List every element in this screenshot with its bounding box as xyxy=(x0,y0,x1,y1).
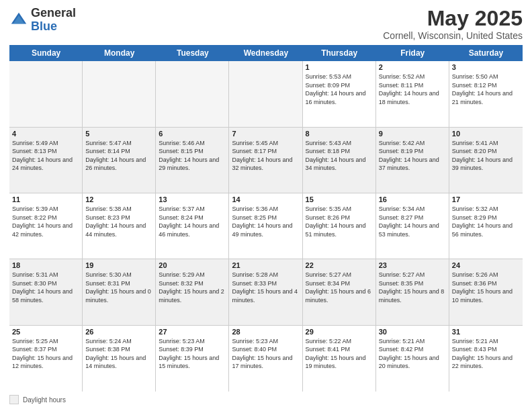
logo-icon xyxy=(9,11,28,30)
day-info: Sunrise: 5:37 AM Sunset: 8:24 PM Dayligh… xyxy=(159,205,226,238)
day-cell-1: 1Sunrise: 5:53 AM Sunset: 8:09 PM Daylig… xyxy=(303,61,376,126)
day-number: 21 xyxy=(232,261,299,269)
day-cell-24: 24Sunrise: 5:26 AM Sunset: 8:36 PM Dayli… xyxy=(449,259,523,324)
day-info: Sunrise: 5:21 AM Sunset: 8:42 PM Dayligh… xyxy=(379,337,446,371)
day-info: Sunrise: 5:38 AM Sunset: 8:23 PM Dayligh… xyxy=(85,205,152,238)
header: General Blue May 2025 Cornell, Wisconsin… xyxy=(9,7,523,41)
month-title: May 2025 xyxy=(383,7,523,30)
weekday-header-friday: Friday xyxy=(376,45,449,61)
weekday-header-thursday: Thursday xyxy=(303,45,376,61)
calendar-week-3: 11Sunrise: 5:39 AM Sunset: 8:22 PM Dayli… xyxy=(9,193,523,259)
day-cell-28: 28Sunrise: 5:23 AM Sunset: 8:40 PM Dayli… xyxy=(229,326,302,392)
day-cell-6: 6Sunrise: 5:46 AM Sunset: 8:15 PM Daylig… xyxy=(156,128,229,193)
day-cell-27: 27Sunrise: 5:23 AM Sunset: 8:39 PM Dayli… xyxy=(156,326,229,392)
day-cell-22: 22Sunrise: 5:27 AM Sunset: 8:34 PM Dayli… xyxy=(303,259,376,324)
day-number: 20 xyxy=(159,261,226,269)
day-cell-21: 21Sunrise: 5:28 AM Sunset: 8:33 PM Dayli… xyxy=(229,259,302,324)
day-number: 16 xyxy=(379,195,446,203)
day-number: 9 xyxy=(379,130,446,138)
day-info: Sunrise: 5:27 AM Sunset: 8:34 PM Dayligh… xyxy=(306,271,373,304)
day-number: 14 xyxy=(232,195,299,203)
day-number: 6 xyxy=(159,130,226,138)
day-info: Sunrise: 5:50 AM Sunset: 8:12 PM Dayligh… xyxy=(452,73,520,106)
day-cell-10: 10Sunrise: 5:41 AM Sunset: 8:20 PM Dayli… xyxy=(449,128,523,193)
day-info: Sunrise: 5:24 AM Sunset: 8:38 PM Dayligh… xyxy=(85,337,152,371)
legend: Daylight hours xyxy=(9,395,523,404)
day-number: 29 xyxy=(306,328,373,336)
weekday-header-monday: Monday xyxy=(83,45,156,61)
day-number: 5 xyxy=(85,130,152,138)
calendar-week-1: 1Sunrise: 5:53 AM Sunset: 8:09 PM Daylig… xyxy=(9,61,523,127)
day-number: 26 xyxy=(85,328,152,336)
day-info: Sunrise: 5:41 AM Sunset: 8:20 PM Dayligh… xyxy=(452,139,520,173)
day-cell-3: 3Sunrise: 5:50 AM Sunset: 8:12 PM Daylig… xyxy=(449,61,523,126)
day-number: 1 xyxy=(306,63,373,71)
calendar-week-4: 18Sunrise: 5:31 AM Sunset: 8:30 PM Dayli… xyxy=(9,259,523,325)
day-cell-20: 20Sunrise: 5:29 AM Sunset: 8:32 PM Dayli… xyxy=(156,259,229,324)
day-number: 25 xyxy=(12,328,79,336)
day-cell-23: 23Sunrise: 5:27 AM Sunset: 8:35 PM Dayli… xyxy=(376,259,449,324)
day-info: Sunrise: 5:29 AM Sunset: 8:32 PM Dayligh… xyxy=(159,271,226,304)
legend-box xyxy=(9,395,19,404)
day-number: 23 xyxy=(379,261,446,269)
day-cell-4: 4Sunrise: 5:49 AM Sunset: 8:13 PM Daylig… xyxy=(9,128,83,193)
day-info: Sunrise: 5:32 AM Sunset: 8:29 PM Dayligh… xyxy=(452,205,520,238)
day-info: Sunrise: 5:36 AM Sunset: 8:25 PM Dayligh… xyxy=(232,205,299,238)
logo: General Blue xyxy=(9,7,76,34)
day-info: Sunrise: 5:25 AM Sunset: 8:37 PM Dayligh… xyxy=(12,337,79,371)
day-number: 31 xyxy=(452,328,520,336)
title-block: May 2025 Cornell, Wisconsin, United Stat… xyxy=(383,7,523,41)
weekday-header-saturday: Saturday xyxy=(449,45,523,61)
day-info: Sunrise: 5:35 AM Sunset: 8:26 PM Dayligh… xyxy=(306,205,373,238)
weekday-header-sunday: Sunday xyxy=(9,45,83,61)
day-info: Sunrise: 5:23 AM Sunset: 8:40 PM Dayligh… xyxy=(232,337,299,371)
day-cell-16: 16Sunrise: 5:34 AM Sunset: 8:27 PM Dayli… xyxy=(376,193,449,259)
day-info: Sunrise: 5:23 AM Sunset: 8:39 PM Dayligh… xyxy=(159,337,226,371)
day-cell-9: 9Sunrise: 5:42 AM Sunset: 8:19 PM Daylig… xyxy=(376,128,449,193)
empty-cell xyxy=(83,61,156,126)
weekday-header-wednesday: Wednesday xyxy=(229,45,302,61)
day-number: 3 xyxy=(452,63,520,71)
day-cell-25: 25Sunrise: 5:25 AM Sunset: 8:37 PM Dayli… xyxy=(9,326,83,392)
day-number: 13 xyxy=(159,195,226,203)
day-cell-19: 19Sunrise: 5:30 AM Sunset: 8:31 PM Dayli… xyxy=(83,259,156,324)
day-info: Sunrise: 5:39 AM Sunset: 8:22 PM Dayligh… xyxy=(12,205,79,238)
page: General Blue May 2025 Cornell, Wisconsin… xyxy=(0,0,532,411)
day-number: 19 xyxy=(85,261,152,269)
empty-cell xyxy=(9,61,83,126)
calendar-body: 1Sunrise: 5:53 AM Sunset: 8:09 PM Daylig… xyxy=(9,61,523,392)
location: Cornell, Wisconsin, United States xyxy=(383,30,523,41)
day-number: 17 xyxy=(452,195,520,203)
day-cell-26: 26Sunrise: 5:24 AM Sunset: 8:38 PM Dayli… xyxy=(83,326,156,392)
day-cell-31: 31Sunrise: 5:21 AM Sunset: 8:43 PM Dayli… xyxy=(449,326,523,392)
day-info: Sunrise: 5:43 AM Sunset: 8:18 PM Dayligh… xyxy=(306,139,373,173)
day-info: Sunrise: 5:31 AM Sunset: 8:30 PM Dayligh… xyxy=(12,271,79,304)
day-info: Sunrise: 5:28 AM Sunset: 8:33 PM Dayligh… xyxy=(232,271,299,304)
empty-cell xyxy=(156,61,229,126)
day-info: Sunrise: 5:21 AM Sunset: 8:43 PM Dayligh… xyxy=(452,337,520,371)
day-cell-15: 15Sunrise: 5:35 AM Sunset: 8:26 PM Dayli… xyxy=(303,193,376,259)
day-number: 8 xyxy=(306,130,373,138)
day-info: Sunrise: 5:42 AM Sunset: 8:19 PM Dayligh… xyxy=(379,139,446,173)
day-number: 2 xyxy=(379,63,446,71)
day-info: Sunrise: 5:26 AM Sunset: 8:36 PM Dayligh… xyxy=(452,271,520,304)
day-number: 4 xyxy=(12,130,79,138)
day-number: 10 xyxy=(452,130,520,138)
day-cell-11: 11Sunrise: 5:39 AM Sunset: 8:22 PM Dayli… xyxy=(9,193,83,259)
day-number: 24 xyxy=(452,261,520,269)
day-info: Sunrise: 5:53 AM Sunset: 8:09 PM Dayligh… xyxy=(306,73,373,106)
logo-general-text: General xyxy=(31,6,76,19)
day-number: 18 xyxy=(12,261,79,269)
day-cell-12: 12Sunrise: 5:38 AM Sunset: 8:23 PM Dayli… xyxy=(83,193,156,259)
day-cell-2: 2Sunrise: 5:52 AM Sunset: 8:11 PM Daylig… xyxy=(376,61,449,126)
day-number: 28 xyxy=(232,328,299,336)
legend-label: Daylight hours xyxy=(23,396,66,404)
day-cell-7: 7Sunrise: 5:45 AM Sunset: 8:17 PM Daylig… xyxy=(229,128,302,193)
day-cell-5: 5Sunrise: 5:47 AM Sunset: 8:14 PM Daylig… xyxy=(83,128,156,193)
logo-blue-text: Blue xyxy=(31,19,57,33)
day-info: Sunrise: 5:22 AM Sunset: 8:41 PM Dayligh… xyxy=(306,337,373,371)
day-info: Sunrise: 5:45 AM Sunset: 8:17 PM Dayligh… xyxy=(232,139,299,173)
day-cell-8: 8Sunrise: 5:43 AM Sunset: 8:18 PM Daylig… xyxy=(303,128,376,193)
empty-cell xyxy=(229,61,302,126)
calendar-week-2: 4Sunrise: 5:49 AM Sunset: 8:13 PM Daylig… xyxy=(9,128,523,193)
